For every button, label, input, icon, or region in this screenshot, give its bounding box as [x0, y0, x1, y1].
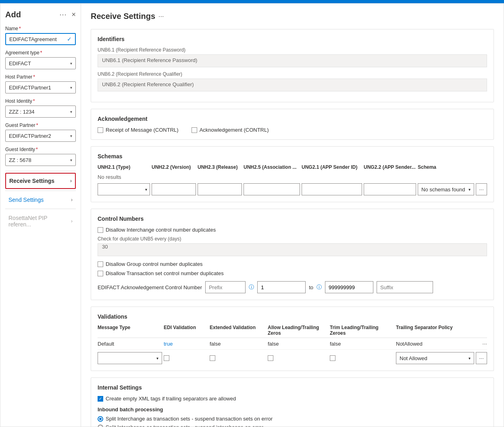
disallow-interchange-checkbox[interactable]	[98, 227, 103, 233]
val-message-type-dropdown[interactable]: ▾	[98, 352, 162, 364]
control-numbers-title: Control Numbers	[98, 216, 487, 222]
radio-1[interactable]	[98, 425, 103, 427]
val-col6-header: Trailing Separator Policy	[396, 325, 487, 336]
val-col1-header: Message Type	[98, 325, 162, 336]
schema-type-dropdown[interactable]: ▾	[98, 183, 150, 195]
radio-item-0: Split Interchange as transaction sets - …	[98, 416, 487, 422]
val-extended-checkbox[interactable]	[210, 355, 215, 361]
chevron-down-icon: ▾	[70, 158, 72, 162]
number-to-input[interactable]	[325, 281, 373, 293]
agreement-type-dropdown[interactable]: EDIFACT ▾	[5, 57, 76, 69]
val-col3-header: Extended Validation	[210, 325, 266, 336]
schemas-col7-header: Schema	[418, 164, 487, 170]
ack-checkbox-item: Acknowledgement (CONTRL)	[192, 127, 269, 133]
nav-divider	[5, 171, 76, 171]
val-default-message-type: Default	[98, 341, 162, 347]
guest-identity-dropdown[interactable]: ZZ : 5678 ▾	[5, 154, 76, 166]
check-days-input[interactable]: 30	[98, 243, 487, 256]
host-partner-label: Host Partner*	[5, 74, 76, 80]
guest-identity-field-group: Guest Identity* ZZ : 5678 ▾	[5, 147, 76, 166]
schemas-col2-header: UNH2.2 (Version)	[152, 164, 196, 170]
guest-partner-dropdown[interactable]: EDIFACTPartner2 ▾	[5, 130, 76, 142]
nav-receive-settings-label: Receive Settings	[9, 178, 54, 184]
name-input[interactable]: EDIFACTAgreement ✓	[5, 33, 76, 45]
chevron-right-icon: ›	[71, 197, 73, 203]
schema-no-found-label: No schemas found	[421, 187, 465, 193]
disallow-interchange-label: Disallow Interchange control number dupl…	[106, 227, 216, 233]
val-edi-checkbox[interactable]	[164, 355, 169, 361]
agreement-type-label: Agreement type*	[5, 50, 76, 56]
number-from-input[interactable]	[257, 281, 306, 293]
unb6-1-label: UNB6.1 (Recipient Reference Password)	[98, 47, 487, 53]
radio-0[interactable]	[98, 416, 103, 422]
receipt-checkbox[interactable]	[98, 127, 103, 133]
create-empty-xml-checkbox[interactable]: ✓	[98, 396, 103, 402]
val-more-button[interactable]: ···	[482, 340, 487, 347]
chevron-right-icon: ›	[70, 178, 72, 184]
nav-receive-settings[interactable]: Receive Settings ›	[5, 173, 76, 189]
val-col4-header: Allow Leading/Trailing Zeros	[268, 325, 328, 336]
internal-settings-section: Internal Settings ✓ Create empty XML tag…	[91, 377, 494, 427]
schemas-input-row: ▾ No schemas found ▾ ···	[98, 183, 487, 195]
receipt-label: Receipt of Message (CONTRL)	[106, 127, 179, 133]
name-field-group: Name* EDIFACTAgreement ✓	[5, 26, 76, 45]
disallow-group-checkbox[interactable]	[98, 261, 103, 267]
schemas-col6-header: UNG2.2 (APP Sender...	[364, 164, 416, 170]
unb6-1-input[interactable]: UNB6.1 (Recipient Reference Password)	[98, 54, 487, 67]
host-partner-field-group: Host Partner* EDIFACTPartner1 ▾	[5, 74, 76, 93]
schema-app-sender-input[interactable]	[302, 183, 362, 195]
nav-send-settings[interactable]: Send Settings ›	[5, 193, 76, 207]
unb6-2-input[interactable]: UNB6.2 (Recipient Reference Qualifier)	[98, 79, 487, 91]
info-icon-to: ⓘ	[317, 284, 322, 291]
receipt-checkbox-item: Receipt of Message (CONTRL)	[98, 127, 179, 133]
val-default-extended: false	[210, 341, 266, 347]
acknowledgement-title: Acknowledgement	[98, 116, 487, 122]
not-allowed-label: Not Allowed	[400, 355, 427, 361]
schema-name-dropdown[interactable]: No schemas found ▾	[418, 183, 474, 195]
val-trim-checkbox[interactable]	[330, 355, 335, 361]
disallow-transaction-label: Disallow Transaction set control number …	[106, 270, 224, 276]
val-input-more-button[interactable]: ···	[476, 352, 487, 364]
disallow-interchange-row: Disallow Interchange control number dupl…	[98, 227, 487, 233]
nav-divider-3	[5, 209, 76, 209]
more-icon[interactable]: ···	[59, 10, 67, 19]
schemas-header: UNH2.1 (Type) UNH2.2 (Version) UNH2.3 (R…	[98, 164, 487, 172]
schemas-col3-header: UNH2.3 (Release)	[198, 164, 242, 170]
host-identity-dropdown[interactable]: ZZZ : 1234 ▾	[5, 106, 76, 118]
suffix-input[interactable]	[377, 281, 433, 293]
unb6-2-label: UNB6.2 (Recipient Reference Qualifier)	[98, 71, 487, 77]
disallow-transaction-checkbox[interactable]	[98, 271, 103, 276]
val-trailing-policy-dropdown[interactable]: Not Allowed ▾	[396, 352, 474, 364]
schema-release-input[interactable]	[198, 183, 242, 195]
more-options-icon[interactable]: ···	[158, 13, 164, 20]
validations-title: Validations	[98, 313, 487, 320]
disallow-group-label: Disallow Group control number duplicates	[106, 261, 203, 267]
schema-association-input[interactable]	[244, 183, 300, 195]
chevron-down-icon: ▾	[70, 85, 72, 90]
to-label: to	[309, 284, 313, 290]
radio-label-0: Split Interchange as transaction sets - …	[106, 416, 273, 422]
chevron-down-icon: ▾	[70, 134, 72, 138]
nav-rosettanet[interactable]: RosettaNet PIP referen... ›	[5, 211, 76, 232]
validations-input-row: ▾ Not Allowed ▾	[98, 352, 487, 364]
schema-version-input[interactable]	[152, 183, 196, 195]
ack-checkbox[interactable]	[192, 127, 197, 133]
schemas-col1-header: UNH2.1 (Type)	[98, 164, 150, 170]
val-allow-checkbox[interactable]	[268, 355, 273, 361]
guest-partner-field-group: Guest Partner* EDIFACTPartner2 ▾	[5, 122, 76, 142]
chevron-down-icon: ▾	[70, 61, 72, 66]
host-partner-dropdown[interactable]: EDIFACTPartner1 ▾	[5, 81, 76, 93]
control-numbers-section: Control Numbers Disallow Interchange con…	[91, 209, 494, 300]
days-input-row: Check for duplicate UNB5 every (days) 30	[98, 236, 487, 256]
radio-label-1: Split Interchange as transaction sets - …	[106, 424, 263, 427]
schema-more-button[interactable]: ···	[476, 183, 487, 195]
create-empty-xml-label: Create empty XML tags if trailing separa…	[106, 396, 236, 402]
ack-row: Receipt of Message (CONTRL) Acknowledgem…	[98, 127, 487, 133]
disallow-transaction-row: Disallow Transaction set control number …	[98, 270, 487, 276]
right-panel-title: Receive Settings	[91, 12, 155, 21]
prefix-input[interactable]	[205, 281, 246, 293]
schema-app-sender2-input[interactable]	[364, 183, 416, 195]
close-button[interactable]: ×	[71, 10, 76, 19]
validations-section: Validations Message Type EDI Validation …	[91, 307, 494, 371]
agreement-type-field-group: Agreement type* EDIFACT ▾	[5, 50, 76, 69]
